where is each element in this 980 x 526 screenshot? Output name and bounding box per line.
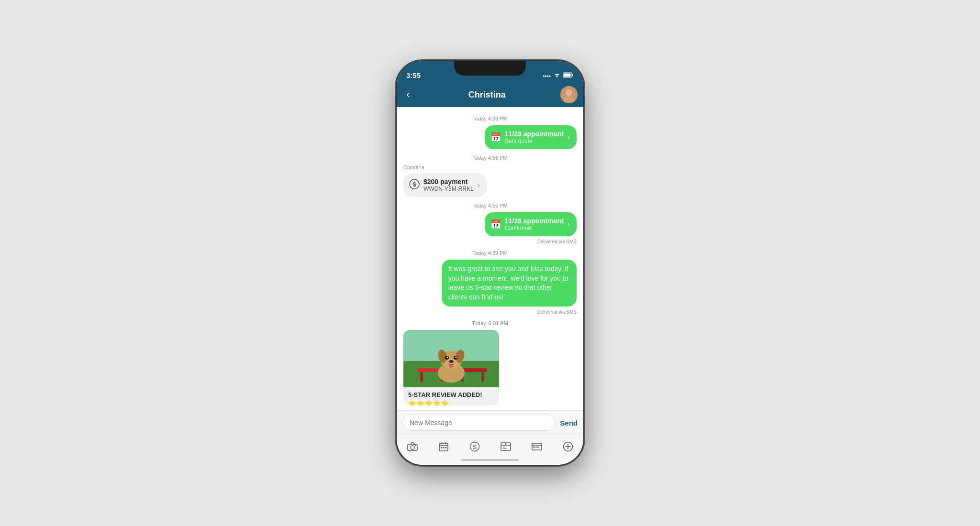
dog-illustration (403, 330, 499, 387)
appt-chevron-1: › (568, 133, 570, 142)
review-dog-image (403, 330, 499, 387)
payment-title: $200 payment (423, 178, 474, 186)
sender-label: Christina (403, 164, 424, 170)
svg-point-26 (449, 364, 454, 368)
svg-rect-38 (533, 447, 535, 448)
calendar-icon-2: 📅 (490, 219, 501, 230)
back-button[interactable]: ‹ (402, 87, 413, 103)
status-icons: ▪▪▪▪ (543, 72, 574, 79)
timestamp-3: Today 4:55 PM (403, 203, 577, 208)
appt-subtitle-1: Sent quote (505, 138, 564, 144)
timestamp-1: Today 4:39 PM (403, 116, 577, 121)
wifi-icon (553, 72, 561, 79)
appt-subtitle-2: Confirmed (505, 225, 564, 231)
phone-frame: 3:55 ▪▪▪▪ ‹ (397, 61, 583, 465)
review-title: 5-STAR REVIEW ADDED! (408, 391, 494, 398)
svg-rect-15 (481, 372, 484, 382)
svg-point-28 (411, 446, 414, 449)
calendar-button[interactable] (435, 438, 452, 455)
svg-rect-1 (572, 74, 573, 76)
timestamp-2: Today 4:55 PM (403, 155, 577, 161)
review-card[interactable]: 5-STAR REVIEW ADDED! ⭐⭐⭐⭐⭐ (403, 330, 499, 405)
header: ‹ Christina (397, 82, 583, 107)
calendar-icon-1: 📅 (490, 132, 501, 142)
plus-button[interactable] (559, 438, 577, 455)
timestamp-4: Today 4:39 PM (403, 250, 577, 256)
timestamp-5: Today, 6:01 PM (403, 320, 577, 326)
send-button[interactable]: Send (560, 419, 578, 427)
svg-rect-29 (415, 445, 416, 446)
notch (454, 61, 526, 76)
card-button[interactable] (528, 438, 546, 455)
svg-rect-39 (536, 447, 539, 448)
appt-bubble-out-2[interactable]: 📅 11/28 appointment Confirmed › (485, 212, 577, 236)
text-bubble-out: It was great to see you and Max today. I… (442, 260, 577, 307)
svg-point-25 (456, 357, 457, 358)
camera-button[interactable] (404, 438, 421, 455)
header-title: Christina (413, 90, 560, 100)
appt-chevron-2: › (568, 220, 570, 229)
svg-text:$: $ (412, 181, 416, 188)
payment-chevron: › (478, 181, 480, 189)
phone-screen: 3:55 ▪▪▪▪ ‹ (397, 61, 583, 465)
payment-code: WWDN-Y3M-RRKL (423, 186, 474, 192)
svg-point-21 (449, 360, 454, 363)
payment-button[interactable]: $ (466, 438, 483, 455)
dollar-icon: $ (409, 179, 420, 192)
avatar-image (560, 86, 578, 103)
appt-title-2: 11/28 appointment (505, 217, 564, 225)
home-indicator (461, 459, 519, 461)
appt-bubble-out-1[interactable]: 📅 11/28 appointment Sent quote › (485, 125, 577, 149)
svg-rect-2 (564, 74, 571, 77)
template-button[interactable] (497, 438, 514, 455)
payment-bubble[interactable]: $ $200 payment WWDN-Y3M-RRKL › (403, 173, 487, 197)
svg-text:$: $ (473, 443, 477, 450)
messages-area: Today 4:39 PM 📅 11/28 appointment Sent q… (397, 107, 583, 410)
avatar[interactable] (560, 86, 578, 103)
status-time: 3:55 (406, 71, 421, 79)
review-stars: ⭐⭐⭐⭐⭐ (408, 399, 494, 405)
svg-rect-12 (420, 372, 423, 382)
appt-title-1: 11/28 appointment (505, 130, 564, 138)
svg-rect-33 (445, 447, 446, 449)
svg-point-4 (566, 89, 572, 96)
input-bar: Send (397, 410, 583, 435)
svg-rect-31 (441, 447, 442, 449)
review-request-text: It was great to see you and Max today. I… (448, 265, 568, 301)
battery-icon (563, 72, 574, 79)
delivered-label-2: Delivered via SMS (403, 309, 577, 315)
svg-rect-32 (443, 447, 444, 449)
delivered-label-1: Delivered via SMS (403, 239, 577, 244)
svg-point-24 (447, 357, 448, 358)
message-input[interactable] (402, 415, 556, 431)
signal-icon: ▪▪▪▪ (543, 73, 551, 79)
